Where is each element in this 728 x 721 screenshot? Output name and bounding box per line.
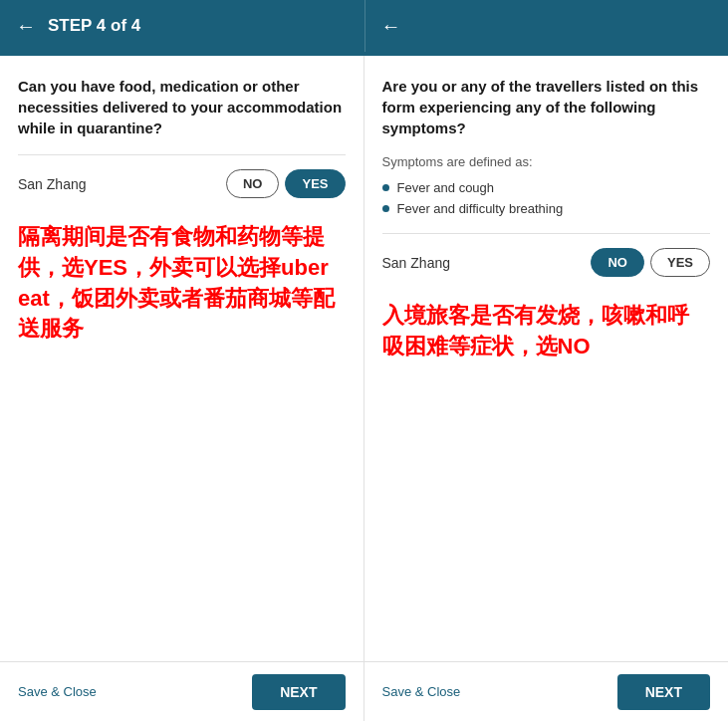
symptom-item-2: Fever and difficulty breathing bbox=[382, 198, 711, 219]
footer: Save & Close NEXT Save & Close NEXT bbox=[0, 661, 728, 721]
back-button-left[interactable]: ← bbox=[16, 15, 36, 38]
left-panel: Can you have food, medication or other n… bbox=[0, 56, 364, 661]
right-no-button[interactable]: NO bbox=[591, 248, 644, 277]
header-right: ← bbox=[364, 0, 713, 52]
header-left: ← STEP 4 of 4 bbox=[16, 15, 364, 38]
left-question: Can you have food, medication or other n… bbox=[18, 76, 346, 138]
header: ← STEP 4 of 4 ← bbox=[0, 0, 728, 52]
left-yes-button[interactable]: YES bbox=[285, 169, 345, 198]
footer-right: Save & Close NEXT bbox=[364, 662, 729, 721]
left-annotation: 隔离期间是否有食物和药物等提供，选YES，外卖可以选择uber eat，饭团外卖… bbox=[18, 222, 346, 345]
left-btn-group: NO YES bbox=[226, 169, 346, 198]
right-question: Are you or any of the travellers listed … bbox=[382, 76, 711, 138]
right-panel: Are you or any of the travellers listed … bbox=[364, 56, 729, 661]
symptoms-intro: Symptoms are defined as: bbox=[382, 154, 711, 169]
left-save-close-button[interactable]: Save & Close bbox=[18, 684, 97, 699]
symptom-bullet-1 bbox=[382, 184, 389, 191]
left-next-button[interactable]: NEXT bbox=[252, 674, 345, 710]
left-person-name: San Zhang bbox=[18, 176, 87, 192]
right-save-close-button[interactable]: Save & Close bbox=[382, 684, 461, 699]
symptom-bullet-2 bbox=[382, 205, 389, 212]
left-divider bbox=[18, 154, 346, 155]
symptom-text-2: Fever and difficulty breathing bbox=[397, 201, 564, 216]
footer-left: Save & Close NEXT bbox=[0, 662, 364, 721]
back-button-right[interactable]: ← bbox=[381, 15, 401, 38]
symptom-item-1: Fever and cough bbox=[382, 177, 711, 198]
right-person-row: San Zhang NO YES bbox=[382, 248, 711, 277]
symptom-text-1: Fever and cough bbox=[397, 180, 495, 195]
right-yes-button[interactable]: YES bbox=[650, 248, 710, 277]
right-person-name: San Zhang bbox=[382, 255, 451, 271]
main-content: Can you have food, medication or other n… bbox=[0, 56, 728, 661]
right-btn-group: NO YES bbox=[591, 248, 710, 277]
left-no-button[interactable]: NO bbox=[226, 169, 280, 198]
right-divider bbox=[382, 233, 711, 234]
right-next-button[interactable]: NEXT bbox=[617, 674, 710, 710]
left-person-row: San Zhang NO YES bbox=[18, 169, 346, 198]
symptom-list: Fever and cough Fever and difficulty bre… bbox=[382, 177, 711, 219]
step-title: STEP 4 of 4 bbox=[48, 16, 140, 36]
right-annotation: 入境旅客是否有发烧，咳嗽和呼吸困难等症状，选NO bbox=[382, 301, 711, 362]
